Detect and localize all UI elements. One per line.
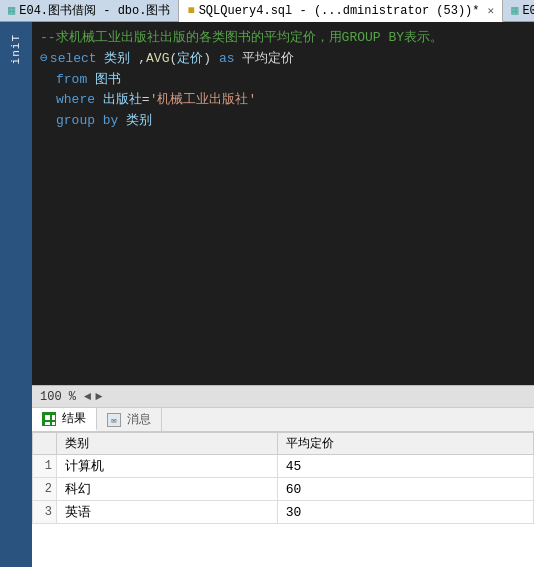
row-1-col2: 45 <box>277 455 533 478</box>
col-header-leibie: 类别 <box>57 433 278 455</box>
msg-icon: ✉ <box>107 413 121 427</box>
eq-sign: = <box>142 90 150 111</box>
tab-sql[interactable]: ■ SQLQuery4.sql - (...dministrator (53))… <box>179 0 503 22</box>
main-layout: iniT --求机械工业出版社出版的各类图书的平均定价，用GROUP BY表示。… <box>0 22 534 567</box>
sidebar-label: iniT <box>10 34 22 64</box>
kw-select: select <box>50 49 97 70</box>
results-tabs: 结果 ✉ 消息 <box>32 408 534 432</box>
keyword-select: ⊖ <box>40 49 48 70</box>
row-2-col1: 科幻 <box>57 478 278 501</box>
results-table-container[interactable]: 类别 平均定价 1 计算机 45 2 科幻 60 <box>32 432 534 567</box>
code-line-3: from 图书 <box>40 70 526 91</box>
table-row: 3 英语 30 <box>33 501 534 524</box>
kw-groupby: group by <box>56 111 118 132</box>
val-publisher: '机械工业出版社' <box>150 90 257 111</box>
sidebar: iniT <box>0 22 32 567</box>
code-comment: --求机械工业出版社出版的各类图书的平均定价，用GROUP BY表示。 <box>40 28 443 49</box>
status-bar: 100 % ◄ ► <box>32 385 534 407</box>
results-tab-label: 结果 <box>62 410 86 427</box>
col-leibie: 类别 <box>97 49 131 70</box>
paren-open: ( <box>169 49 177 70</box>
messages-tab-label: 消息 <box>127 411 151 428</box>
code-line-2: ⊖ select 类别 , AVG ( 定价 ) as 平均定价 <box>40 49 526 70</box>
code-line-4: where 出版社 = '机械工业出版社' <box>40 90 526 111</box>
db2-icon: ▦ <box>511 3 518 18</box>
results-panel: 结果 ✉ 消息 类别 平均定价 <box>32 407 534 567</box>
editor-container: --求机械工业出版社出版的各类图书的平均定价，用GROUP BY表示。 ⊖ se… <box>32 22 534 567</box>
tab-sql-label: SQLQuery4.sql - (...dministrator (53))* <box>199 4 480 18</box>
tab-bar: ▦ E04.图书借阅 - dbo.图书 ■ SQLQuery4.sql - (.… <box>0 0 534 22</box>
paren-close: ) <box>203 49 211 70</box>
nav-right-arrow[interactable]: ► <box>95 390 102 404</box>
tab-db1[interactable]: ▦ E04.图书借阅 - dbo.图书 <box>0 0 179 21</box>
col-header-pingjun: 平均定价 <box>277 433 533 455</box>
row-3-num: 3 <box>33 501 57 524</box>
row-2-num: 2 <box>33 478 57 501</box>
row-3-col1: 英语 <box>57 501 278 524</box>
tab-db1-label: E04.图书借阅 - dbo.图书 <box>19 2 170 19</box>
kw-as: as <box>211 49 234 70</box>
code-editor[interactable]: --求机械工业出版社出版的各类图书的平均定价，用GROUP BY表示。 ⊖ se… <box>32 22 534 385</box>
kw-where: where <box>56 90 95 111</box>
code-line-1: --求机械工业出版社出版的各类图书的平均定价，用GROUP BY表示。 <box>40 28 526 49</box>
zoom-level: 100 % <box>40 390 76 404</box>
col-groupby-leibie: 类别 <box>118 111 152 132</box>
sql-icon: ■ <box>187 4 194 18</box>
grid-icon <box>42 412 56 426</box>
results-tab-messages[interactable]: ✉ 消息 <box>97 408 162 431</box>
tab-db2[interactable]: ▦ E04.图书借阅 <box>503 0 534 21</box>
col-header-num <box>33 433 57 455</box>
comma: , <box>130 49 146 70</box>
func-avg: AVG <box>146 49 169 70</box>
table-row: 2 科幻 60 <box>33 478 534 501</box>
code-line-5: group by 类别 <box>40 111 526 132</box>
alias-pingjun: 平均定价 <box>235 49 295 70</box>
table-row: 1 计算机 45 <box>33 455 534 478</box>
kw-from: from <box>56 70 87 91</box>
nav-left-arrow[interactable]: ◄ <box>84 390 91 404</box>
table-tushu: 图书 <box>87 70 121 91</box>
tab-sql-close[interactable]: ✕ <box>488 4 495 17</box>
row-2-col2: 60 <box>277 478 533 501</box>
col-dingjia: 定价 <box>177 49 203 70</box>
db-icon: ▦ <box>8 3 15 18</box>
col-chubanshe: 出版社 <box>95 90 142 111</box>
row-1-col1: 计算机 <box>57 455 278 478</box>
tab-db2-label: E04.图书借阅 <box>522 2 534 19</box>
row-1-num: 1 <box>33 455 57 478</box>
results-tab-results[interactable]: 结果 <box>32 408 97 431</box>
table-header-row: 类别 平均定价 <box>33 433 534 455</box>
results-table: 类别 平均定价 1 计算机 45 2 科幻 60 <box>32 432 534 524</box>
row-3-col2: 30 <box>277 501 533 524</box>
